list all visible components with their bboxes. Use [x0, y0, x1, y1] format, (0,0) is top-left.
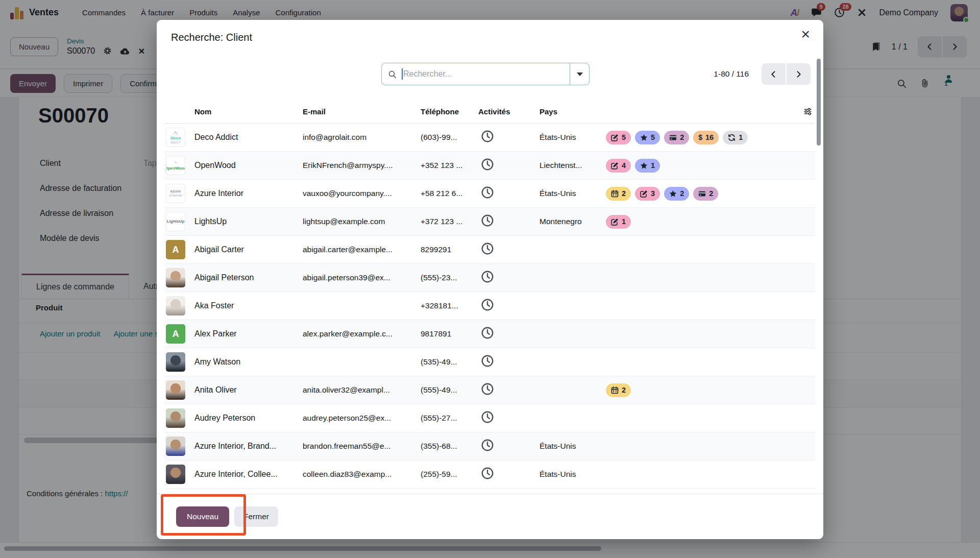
refresh-icon — [728, 134, 736, 141]
table-body: ΛDecoADDICTDeco Addictinfo@agrolait.com(… — [165, 124, 815, 489]
column-header-pays[interactable]: Pays — [537, 107, 603, 116]
activity-clock-icon[interactable] — [481, 354, 494, 368]
client-country: Liechtenst... — [537, 161, 603, 170]
photo-avatar — [166, 296, 185, 316]
client-phone: 8299291 — [419, 245, 476, 254]
column-header-activit-s[interactable]: Activités — [476, 107, 537, 116]
client-row[interactable]: ~OpenWoodOpenWoodErikNFrench@armyspy....… — [165, 152, 815, 180]
client-avatar-cell: ΛDecoADDICT — [165, 128, 192, 147]
company-logo-avatar: LightsUp — [166, 212, 185, 231]
company-logo-avatar: ~OpenWood — [166, 156, 185, 175]
activity-clock-icon[interactable] — [481, 158, 494, 171]
client-avatar-cell — [165, 296, 192, 316]
card-icon — [698, 190, 706, 198]
activity-badge-star: 1 — [635, 159, 660, 173]
client-row[interactable]: Aka Foster+328181... — [165, 292, 815, 320]
client-avatar-cell: A — [165, 240, 192, 259]
star-icon — [640, 134, 648, 141]
client-row[interactable]: ΛDecoADDICTDeco Addictinfo@agrolait.com(… — [165, 124, 815, 152]
initial-avatar: A — [166, 324, 185, 344]
activity-badge-edit: 3 — [635, 187, 660, 201]
client-email: abigail.carter@example... — [301, 245, 419, 254]
client-email: info@agrolait.com — [301, 133, 419, 142]
client-phone: +328181... — [419, 301, 476, 310]
list-pager-range: 1-80 / 116 — [714, 63, 749, 85]
column-header-t-l-phone[interactable]: Téléphone — [419, 107, 476, 116]
client-row[interactable]: Audrey Petersonaudrey.peterson25@ex...(5… — [165, 404, 815, 432]
client-phone: (255)-59... — [419, 470, 476, 479]
activity-clock-icon[interactable] — [481, 186, 494, 199]
client-row[interactable]: Azure Interior, Brand...brandon.freeman5… — [165, 432, 815, 460]
activity-clock-icon[interactable] — [481, 298, 494, 311]
client-row[interactable]: LightsUpLightsUplightsup@example.com+372… — [165, 208, 815, 236]
activity-clock-icon[interactable] — [481, 382, 494, 396]
calendar-icon — [611, 190, 619, 198]
client-phone: +372 123 ... — [419, 217, 476, 226]
client-name: LightsUp — [192, 217, 301, 226]
activity-badge-star: 5 — [635, 131, 660, 144]
activity-clock-icon[interactable] — [481, 326, 494, 339]
modal-footer: Nouveau Fermer — [157, 494, 823, 539]
activity-clock-icon[interactable] — [481, 467, 494, 480]
prev-page-button[interactable] — [762, 63, 786, 85]
calendar-icon — [611, 386, 619, 394]
activity-clock-icon[interactable] — [481, 270, 494, 283]
dollar-icon: $ — [698, 133, 702, 141]
client-row[interactable]: Amy Watson(535)-49... — [165, 348, 815, 376]
client-row[interactable]: AAlex Parkeralex.parker@example.c...9817… — [165, 320, 815, 348]
edit-icon — [640, 190, 648, 198]
client-activities-cell — [476, 354, 537, 370]
edit-icon — [611, 218, 619, 226]
activity-clock-icon[interactable] — [481, 410, 494, 424]
client-phone: +58 212 6... — [419, 189, 476, 198]
column-settings-icon[interactable] — [793, 107, 815, 116]
client-email: lightsup@example.com — [301, 217, 419, 226]
client-email: brandon.freeman55@e... — [301, 442, 419, 451]
client-name: Azure Interior, Collee... — [192, 470, 301, 479]
card-icon — [669, 134, 677, 141]
client-name: Azure Interior, Brand... — [192, 442, 301, 451]
client-activities-cell — [476, 214, 537, 229]
client-country: États-Unis — [537, 442, 603, 451]
client-phone: (555)-23... — [419, 273, 476, 282]
activity-clock-icon[interactable] — [481, 439, 494, 452]
client-activities-cell — [476, 298, 537, 313]
close-icon[interactable]: × — [801, 27, 810, 42]
client-avatar-cell — [165, 380, 192, 400]
client-phone: (355)-68... — [419, 442, 476, 451]
photo-avatar — [166, 465, 185, 484]
new-client-button[interactable]: Nouveau — [176, 506, 229, 527]
client-row[interactable]: azureINTERIORAzure Interiorvauxoo@yourco… — [165, 180, 815, 208]
client-email: anita.oliver32@exampl... — [301, 385, 419, 395]
client-phone: (555)-49... — [419, 385, 476, 395]
activity-clock-icon[interactable] — [481, 242, 494, 255]
photo-avatar — [166, 352, 185, 372]
column-header-nom[interactable]: Nom — [192, 107, 301, 116]
list-vscrollbar-thumb[interactable] — [817, 59, 821, 145]
client-activities-cell — [476, 467, 537, 482]
company-logo-avatar: azureINTERIOR — [166, 184, 185, 203]
activity-clock-icon[interactable] — [481, 130, 494, 143]
client-row[interactable]: Abigail Petersonabigail.peterson39@ex...… — [165, 264, 815, 292]
client-activities-cell — [476, 186, 537, 201]
activity-clock-icon[interactable] — [481, 214, 494, 227]
activity-badge-card: 2 — [693, 187, 718, 201]
client-name: Azure Interior — [192, 189, 301, 198]
search-dropdown-toggle[interactable] — [570, 63, 589, 85]
activity-badge-calendar: 2 — [606, 187, 631, 201]
star-icon — [669, 190, 677, 198]
client-activities-cell — [476, 439, 537, 454]
search-input[interactable]: Rechercher... — [381, 63, 590, 85]
client-row[interactable]: Azure Interior, Collee...colleen.diaz83@… — [165, 460, 815, 489]
client-row[interactable]: AAbigail Carterabigail.carter@example...… — [165, 236, 815, 264]
client-row[interactable]: Anita Oliveranita.oliver32@exampl...(555… — [165, 376, 815, 404]
activity-badge-card: 2 — [664, 131, 689, 144]
next-page-button[interactable] — [787, 63, 811, 85]
close-modal-button[interactable]: Fermer — [234, 506, 278, 527]
photo-avatar — [166, 380, 185, 400]
client-country: Montenegro — [537, 217, 603, 226]
column-header-e-mail[interactable]: E-mail — [301, 107, 419, 116]
client-name: Aka Foster — [192, 301, 301, 310]
text-cursor — [402, 68, 403, 80]
client-phone: +352 123 ... — [419, 161, 476, 170]
